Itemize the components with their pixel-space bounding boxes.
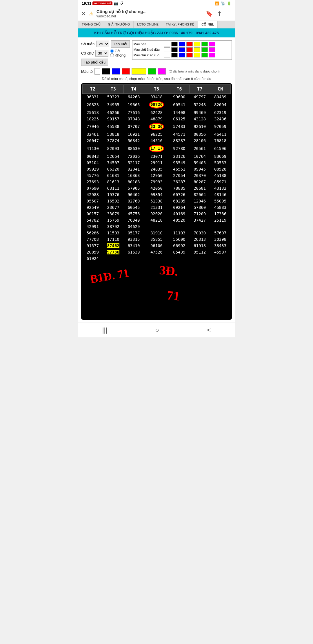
- table-cell[interactable]: 00157: [83, 211, 103, 217]
- table-cell[interactable]: 91577: [83, 243, 103, 249]
- table-cell[interactable]: 48218: [144, 217, 169, 223]
- table-cell[interactable]: 43128: [190, 116, 210, 122]
- menu-button[interactable]: ⋮: [226, 10, 232, 17]
- table-cell[interactable]: 11103: [169, 230, 190, 236]
- table-cell[interactable]: 99600: [169, 94, 190, 100]
- table-cell[interactable]: 85971: [210, 179, 231, 185]
- table-row[interactable]: 77946455380770733 36574839261097059: [83, 122, 231, 131]
- mau-chu3-white[interactable]: [164, 47, 170, 52]
- table-cell[interactable]: 92610: [190, 122, 210, 131]
- table-cell[interactable]: 05507: [83, 198, 103, 204]
- table-cell[interactable]: 29911: [144, 160, 169, 166]
- table-cell[interactable]: 99469: [190, 109, 210, 116]
- table-cell[interactable]: 07048: [123, 116, 144, 122]
- table-row[interactable]: 05507165920276951338682851204655095: [83, 198, 231, 204]
- table-cell[interactable]: 20561: [190, 144, 210, 153]
- table-cell[interactable]: 79993: [144, 179, 169, 185]
- recent-button[interactable]: <: [207, 326, 211, 334]
- palette-blue[interactable]: [112, 68, 120, 75]
- table-cell[interactable]: 32436: [210, 116, 231, 122]
- table-row[interactable]: 54782157597634948218485203742725119: [83, 217, 231, 223]
- table-cell[interactable]: 20823: [83, 100, 103, 109]
- table-cell[interactable]: 18225: [83, 116, 103, 122]
- table-row[interactable]: 92549236776054521331092645786045883: [83, 204, 231, 211]
- table-cell[interactable]: 61596: [210, 144, 231, 153]
- table-cell[interactable]: 77946: [83, 122, 103, 131]
- table-cell[interactable]: 48520: [169, 217, 190, 223]
- mau-nen-swatch-magenta[interactable]: [209, 42, 215, 46]
- table-cell[interactable]: 00356: [190, 131, 210, 138]
- table-row[interactable]: 27693816138018879993362878028785971: [83, 179, 231, 185]
- mau-chu2-white[interactable]: [164, 53, 170, 57]
- mau-chu2-red[interactable]: [186, 53, 193, 57]
- table-cell[interactable]: 92780: [169, 144, 190, 153]
- table-cell[interactable]: 46411: [210, 131, 231, 138]
- table-cell[interactable]: 90402: [123, 191, 144, 198]
- table-cell[interactable]: 56286: [83, 230, 103, 236]
- table-cell[interactable]: 45538: [103, 122, 123, 131]
- tab-co-nel[interactable]: CỠ NEL: [198, 21, 218, 28]
- table-cell[interactable]: 49797: [190, 94, 210, 100]
- table-cell[interactable]: 66992: [169, 243, 190, 249]
- table-cell[interactable]: 09945: [190, 166, 210, 172]
- table-cell[interactable]: 40169: [169, 211, 190, 217]
- mau-nen-swatch-black[interactable]: [171, 42, 178, 46]
- mau-nen-swatch-green[interactable]: [201, 42, 208, 46]
- table-cell[interactable]: 63111: [103, 185, 123, 191]
- table-cell[interactable]: 04629: [123, 223, 144, 230]
- table-cell[interactable]: 25618: [83, 109, 103, 116]
- tab-loto-online[interactable]: LOTO ONLINE: [134, 21, 162, 28]
- table-cell[interactable]: 95112: [190, 249, 210, 255]
- table-cell[interactable]: 48879: [144, 116, 169, 122]
- mau-nen-swatch-yellow[interactable]: [194, 42, 200, 46]
- table-cell[interactable]: 60541: [169, 100, 190, 109]
- table-cell[interactable]: —: [169, 223, 190, 230]
- table-cell[interactable]: 83669: [210, 153, 231, 160]
- table-cell[interactable]: 80489: [210, 94, 231, 100]
- mau-nen-swatch-white[interactable]: [164, 42, 170, 46]
- table-cell[interactable]: 23071: [144, 153, 169, 160]
- table-cell[interactable]: 20047: [83, 138, 103, 144]
- table-cell[interactable]: 17386: [210, 211, 231, 217]
- radio-khong[interactable]: Không: [110, 53, 126, 57]
- table-cell[interactable]: 52117: [123, 160, 144, 166]
- table-row[interactable]: 25618462667761662428144089946962319: [83, 109, 231, 116]
- table-cell[interactable]: 38792: [103, 223, 123, 230]
- table-cell[interactable]: 52664: [103, 153, 123, 160]
- table-row[interactable]: 45776616811636312950270542037045188: [83, 172, 231, 179]
- table-cell[interactable]: 85439: [169, 249, 190, 255]
- table-row[interactable]: 42988193769040209854007268206448146: [83, 191, 231, 198]
- table-cell[interactable]: 57860: [190, 204, 210, 211]
- table-cell[interactable]: 57905: [123, 185, 144, 191]
- table-cell[interactable]: —: [144, 223, 169, 230]
- table-cell[interactable]: 26313: [190, 236, 210, 243]
- table-cell[interactable]: 80287: [190, 179, 210, 185]
- palette-black[interactable]: [102, 68, 110, 75]
- table-row[interactable]: 20859977366163947526854399511245587: [83, 249, 231, 255]
- table-cell[interactable]: 46266: [103, 109, 123, 116]
- table-cell[interactable]: 21331: [144, 204, 169, 211]
- table-cell[interactable]: 74507: [103, 160, 123, 166]
- table-row[interactable]: 20823349651966509726605415224882094: [83, 100, 231, 109]
- mau-nen-swatch-red[interactable]: [186, 42, 193, 46]
- table-cell[interactable]: 07690: [83, 185, 103, 191]
- table-row[interactable]: 05104745075211729911955495940550553: [83, 160, 231, 166]
- table-cell[interactable]: 09726: [144, 100, 169, 109]
- table-cell[interactable]: 59323: [103, 94, 123, 100]
- table-cell[interactable]: 96331: [83, 94, 103, 100]
- table-cell[interactable]: 88630: [123, 144, 144, 153]
- url-area[interactable]: Công cụ hỗ trợ cho ng... webxoso.net: [97, 9, 203, 18]
- table-cell[interactable]: 00843: [83, 153, 103, 160]
- table-cell[interactable]: 45883: [210, 204, 231, 211]
- palette-green[interactable]: [148, 68, 156, 75]
- mau-chu3-red[interactable]: [186, 47, 193, 52]
- table-cell[interactable]: 64268: [123, 94, 144, 100]
- table-cell[interactable]: 19665: [123, 100, 144, 109]
- table-cell[interactable]: 45776: [83, 172, 103, 179]
- table-cell[interactable]: 08528: [210, 166, 231, 172]
- table-row[interactable]: 09929063209204124835465510994508528: [83, 166, 231, 172]
- table-cell[interactable]: 24835: [144, 166, 169, 172]
- table-cell[interactable]: 50553: [210, 160, 231, 166]
- table-cell[interactable]: 72036: [123, 153, 144, 160]
- table-cell[interactable]: 33079: [103, 211, 123, 217]
